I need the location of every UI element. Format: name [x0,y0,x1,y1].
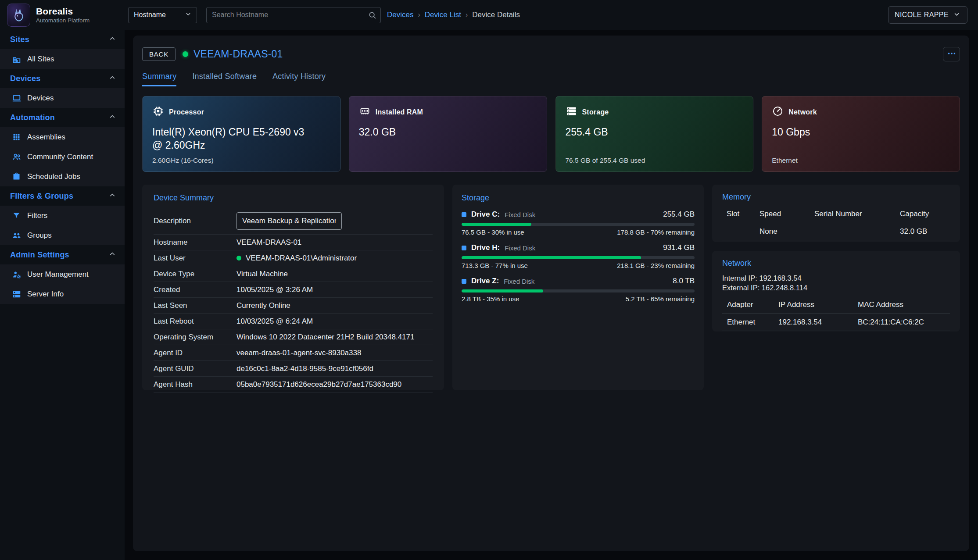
row-label: Created [154,285,236,294]
drive-usage-bar [462,256,695,259]
sidebar-item-label: Groups [27,231,52,240]
row-label: Device Type [154,270,236,278]
sidebar-item-scheduled-jobs[interactable]: Scheduled Jobs [0,167,125,186]
brand-text: Borealis Automation Platform [36,6,90,24]
drive-h-block: Drive H: Fixed Disk 931.4 GB 713.3 GB - … [462,243,695,269]
tab-activity-history[interactable]: Activity History [272,72,326,86]
drive-type: Fixed Disk [505,211,535,218]
stat-card-subtext: 76.5 GB of 255.4 GB used [566,157,645,164]
drive-type: Fixed Disk [504,278,534,285]
sidebar-item-label: Devices [27,94,54,103]
page-header: BACK VEEAM-DRAAS-01 [142,47,960,61]
row-value: 10/05/2025 @ 3:26 AM [236,285,433,294]
chevron-up-icon [108,34,117,45]
sidebar-item-community-content[interactable]: Community Content [0,147,125,167]
stat-card-title: Processor [169,108,204,116]
sidebar-section-label: Automation [10,113,55,122]
device-summary-card: Device Summary Description Hostname VEEA… [142,185,444,390]
memory-title: Memory [722,193,950,202]
tab-summary[interactable]: Summary [142,72,176,86]
online-status-dot [183,51,188,57]
row-value: Virtual Machine [236,270,433,278]
chevron-down-icon [184,10,192,20]
funnel-icon [11,210,21,221]
row-label: Agent GUID [154,364,236,373]
storage-title: Storage [462,193,695,203]
chevron-up-icon [108,73,117,84]
chevron-up-icon [108,112,117,123]
server-icon [11,289,21,299]
sidebar-section-label: Filters & Groups [10,192,73,201]
sidebar-item-assemblies[interactable]: Assemblies [0,127,125,147]
description-input[interactable] [236,212,342,230]
topbar: Borealis Automation Platform Hostname De… [0,0,978,30]
sidebar-section-filters-groups[interactable]: Filters & Groups [0,186,125,206]
drive-usage-bar [462,223,695,226]
search-input[interactable] [206,7,381,23]
chevron-up-icon [108,250,117,260]
drive-used-text: 76.5 GB - 30% in use [462,228,524,236]
user-menu-button[interactable]: NICOLE RAPPE [888,6,967,24]
cell-ip-address: 192.168.3.54 [778,318,858,327]
search-icon[interactable] [368,11,377,21]
drive-size: 8.0 TB [673,277,695,285]
cell-mac-address: BC:24:11:CA:C6:2C [858,318,950,327]
sidebar-item-label: Scheduled Jobs [27,172,80,181]
device-summary-title: Device Summary [154,193,433,203]
sidebar-section-admin-settings[interactable]: Admin Settings [0,245,125,264]
drive-type: Fixed Disk [505,244,535,252]
sidebar-item-groups[interactable]: Groups [0,225,125,245]
people-icon [11,230,21,240]
column-header-adapter: Adapter [722,300,778,309]
drive-size: 255.4 GB [663,210,695,219]
table-row-agent-hash: Agent Hash 05ba0e7935171d626ecea29b27d7a… [154,377,433,392]
row-value: VEEAM-DRAAS-01\Administrator [246,254,357,263]
detail-cards-row: Device Summary Description Hostname VEEA… [142,185,960,390]
breadcrumb-devices[interactable]: Devices [387,11,413,19]
drive-name: Drive Z: [471,277,499,285]
stat-card-subtext: Ethernet [772,157,798,164]
table-row-agent-id: Agent ID veeam-draas-01-agent-svc-8930a3… [154,345,433,361]
memory-table: Slot Speed Serial Number Capacity None 3… [722,207,950,240]
sidebar-item-server-info[interactable]: Server Info [0,284,125,304]
sidebar-section-devices[interactable]: Devices [0,69,125,88]
stat-card-value: 32.0 GB [359,125,523,139]
sidebar-section-sites[interactable]: Sites [0,30,125,49]
drive-remaining-text: 218.1 GB - 23% remaining [617,262,695,269]
table-row-agent-guid: Agent GUID de16c0c1-8aa2-4d18-9585-9ce91… [154,361,433,377]
cell-adapter: Ethernet [722,318,778,327]
more-actions-button[interactable] [943,47,960,61]
back-button[interactable]: BACK [142,47,176,61]
table-row-last-reboot: Last Reboot 10/03/2025 @ 6:24 AM [154,314,433,329]
brand[interactable]: Borealis Automation Platform [0,4,125,27]
breadcrumb-device-list[interactable]: Device List [425,11,461,19]
internal-ip-text: Internal IP: 192.168.3.54 [722,273,950,283]
row-label: Last Seen [154,301,236,310]
sidebar-item-label: Filters [27,211,47,220]
main-area: BACK VEEAM-DRAAS-01 Summary Installed So… [125,30,978,560]
table-row: Ethernet 192.168.3.54 BC:24:11:CA:C6:2C [722,314,950,331]
row-label: Hostname [154,238,236,247]
hostname-filter-value: Hostname [134,11,166,19]
borealis-device-details-page: { "theme": { "accent_blue": "#4d9fff", "… [0,0,978,560]
sidebar-item-label: Server Info [27,290,64,299]
ellipsis-icon [947,49,957,60]
memory-card: Memory Slot Speed Serial Number Capacity… [712,185,960,242]
breadcrumb-separator: › [466,11,468,19]
tab-installed-software[interactable]: Installed Software [192,72,257,86]
user-menu-label: NICOLE RAPPE [895,11,949,19]
sidebar-item-filters[interactable]: Filters [0,206,125,225]
online-dot [236,256,241,260]
hostname-filter-select[interactable]: Hostname [128,7,197,23]
breadcrumb: Devices › Device List › Device Details [387,11,520,19]
stat-card-installed-ram: Installed RAM 32.0 GB [349,96,547,172]
sidebar-item-all-sites[interactable]: All Sites [0,49,125,69]
storage-stack-icon [566,105,577,119]
drive-name: Drive H: [471,243,500,252]
table-row-hostname: Hostname VEEAM-DRAAS-01 [154,235,433,250]
sidebar-section-automation[interactable]: Automation [0,108,125,127]
drive-remaining-text: 178.8 GB - 70% remaining [617,228,695,236]
tab-bar: Summary Installed Software Activity Hist… [142,72,960,86]
sidebar-item-devices[interactable]: Devices [0,88,125,108]
sidebar-item-user-management[interactable]: User Management [0,264,125,284]
